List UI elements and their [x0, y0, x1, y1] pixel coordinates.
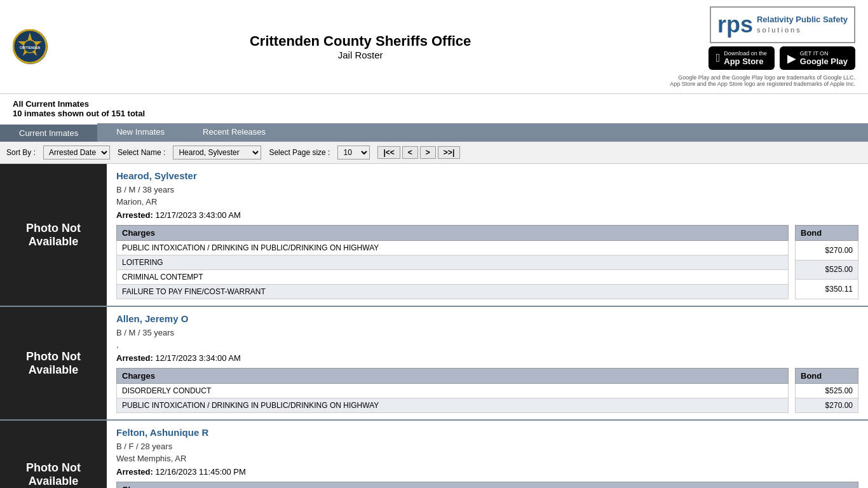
inmate-info-cell: Allen, Jeremy OB / M / 35 years,Arrested…: [107, 307, 868, 419]
top-info-area: All Current Inmates 10 inmates shown out…: [0, 94, 868, 123]
charge-row: FAILURE TO PAY FINE/COST-WARRANT: [117, 285, 789, 299]
google-play-icon: ▶: [787, 51, 796, 65]
controls-bar: Sort By : Arrested Date Name Select Name…: [0, 142, 868, 164]
bond-row: $270.00: [796, 241, 858, 261]
bond-header: Bond: [796, 369, 858, 384]
inmate-demographics: B / F / 28 years: [116, 442, 858, 451]
app-store-name: App Store: [724, 57, 767, 66]
tab-new-inmates[interactable]: New Inmates: [97, 123, 184, 142]
bond-row: $350.11: [796, 280, 858, 299]
inmate-location: West Memphis, AR: [116, 454, 858, 463]
charges-table: ChargesDISORDERLY CONDUCTPUBLIC INTOXICA…: [116, 368, 789, 413]
nav-tabs: Current Inmates New Inmates Recent Relea…: [0, 123, 868, 142]
charge-row: LOITERING: [117, 255, 789, 270]
photo-not-available: Photo Not Available: [0, 421, 107, 488]
bond-row: $525.00: [796, 260, 858, 280]
last-page-button[interactable]: >>|: [438, 146, 460, 159]
bond-header: Bond: [796, 226, 858, 241]
inmate-count: 10 inmates shown out of 151 total: [13, 109, 855, 118]
inmate-name: Felton, Ashunique R: [116, 427, 858, 438]
app-buttons-area:  Download on the App Store ▶ GET IT ON …: [709, 46, 855, 70]
trademark-line2: App Store and the App Store logo are reg…: [670, 81, 855, 87]
charge-value: CRIMINAL CONTEMPT: [117, 270, 789, 285]
inmate-location: Marion, AR: [116, 197, 858, 207]
office-title: Crittenden County Sheriffs Office: [250, 33, 471, 50]
trademark-line1: Google Play and the Google Play logo are…: [678, 74, 855, 81]
google-play-name: Google Play: [800, 57, 848, 66]
charges-table: ChargesPROBATION VIOLATION-WARRANT: [116, 482, 858, 488]
header-right-area: rps Relativity Public Safety s o l u t i…: [670, 6, 855, 87]
svg-text:CRITTENDEN: CRITTENDEN: [20, 46, 41, 50]
tab-recent-releases[interactable]: Recent Releases: [184, 123, 285, 142]
bond-value: $525.00: [796, 260, 858, 280]
inmate-info-cell: Hearod, SylvesterB / M / 38 yearsMarion,…: [107, 164, 868, 306]
charge-value: FAILURE TO PAY FINE/COST-WARRANT: [117, 285, 789, 299]
inmate-demographics: B / M / 38 years: [116, 185, 858, 194]
bond-row: $270.00: [796, 398, 858, 413]
inmate-arrested-date: Arrested: 12/17/2023 3:43:00 AM: [116, 210, 858, 220]
inmate-row: Photo Not AvailableFelton, Ashunique RB …: [0, 421, 868, 488]
inmate-name: Hearod, Sylvester: [116, 170, 858, 181]
page-subtitle: Jail Roster: [250, 50, 471, 60]
inmate-arrested-date: Arrested: 12/17/2023 3:34:00 AM: [116, 353, 858, 363]
arrested-label: Arrested:: [116, 353, 155, 363]
rps-logo: rps Relativity Public Safety s o l u t i…: [710, 6, 855, 43]
select-name-label: Select Name :: [118, 148, 165, 157]
charge-value: LOITERING: [117, 255, 789, 270]
header-title-area: Crittenden County Sheriffs Office Jail R…: [250, 33, 471, 60]
arrested-value: 12/16/2023 11:45:00 PM: [155, 467, 245, 477]
inmate-row: Photo Not AvailableAllen, Jeremy OB / M …: [0, 307, 868, 421]
first-page-button[interactable]: |<<: [377, 146, 400, 159]
bond-row: $525.00: [796, 384, 858, 398]
sort-by-label: Sort By :: [6, 148, 36, 157]
bond-value: $270.00: [796, 241, 858, 261]
bond-table: Bond$270.00$525.00$350.11: [795, 225, 858, 299]
select-name-dropdown[interactable]: Hearod, Sylvester Allen, Jeremy O Felton…: [173, 146, 261, 159]
pagination-buttons: |<< < > >>|: [377, 146, 460, 159]
inmate-row: Photo Not AvailableHearod, SylvesterB / …: [0, 164, 868, 307]
tab-current-inmates[interactable]: Current Inmates: [0, 123, 97, 142]
rps-letters: rps: [717, 11, 753, 38]
prev-page-button[interactable]: <: [402, 146, 418, 159]
inmate-arrested-date: Arrested: 12/16/2023 11:45:00 PM: [116, 467, 858, 477]
sheriff-logo-area: CRITTENDEN: [13, 29, 51, 64]
charge-value: DISORDERLY CONDUCT: [117, 384, 789, 398]
inmate-name: Allen, Jeremy O: [116, 313, 858, 324]
inmate-demographics: B / M / 35 years: [116, 328, 858, 337]
google-play-button[interactable]: ▶ GET IT ON Google Play: [780, 46, 855, 70]
app-store-button[interactable]:  Download on the App Store: [709, 46, 775, 70]
charges-header: Charges: [117, 226, 789, 241]
rps-tagline1: Relativity Public Safety: [757, 15, 848, 24]
arrested-label: Arrested:: [116, 210, 155, 220]
page-size-select[interactable]: 10 25 50 100: [337, 146, 370, 159]
bond-value: $350.11: [796, 280, 858, 299]
arrested-value: 12/17/2023 3:43:00 AM: [155, 210, 240, 220]
charge-value: PUBLIC INTOXICATION / DRINKING IN PUBLIC…: [117, 398, 789, 413]
page-size-label: Select Page size :: [269, 148, 330, 157]
charge-row: PUBLIC INTOXICATION / DRINKING IN PUBLIC…: [117, 398, 789, 413]
page-header: CRITTENDEN Crittenden County Sheriffs Of…: [0, 0, 868, 94]
charge-row: PUBLIC INTOXICATION / DRINKING IN PUBLIC…: [117, 241, 789, 255]
arrested-label: Arrested:: [116, 467, 155, 477]
photo-not-available: Photo Not Available: [0, 164, 107, 306]
next-page-button[interactable]: >: [420, 146, 436, 159]
inmate-list: Photo Not AvailableHearod, SylvesterB / …: [0, 164, 868, 488]
all-inmates-label: All Current Inmates: [13, 99, 855, 109]
arrested-value: 12/17/2023 3:34:00 AM: [155, 353, 240, 363]
charges-bond-tables: ChargesDISORDERLY CONDUCTPUBLIC INTOXICA…: [116, 368, 858, 413]
bond-value: $270.00: [796, 398, 858, 413]
charge-row: DISORDERLY CONDUCT: [117, 384, 789, 398]
charges-table: ChargesPUBLIC INTOXICATION / DRINKING IN…: [116, 225, 789, 299]
apple-icon: : [716, 51, 721, 65]
inmate-location: ,: [116, 340, 858, 349]
google-top: GET IT ON: [800, 50, 848, 57]
charge-value: PUBLIC INTOXICATION / DRINKING IN PUBLIC…: [117, 241, 789, 255]
app-store-top: Download on the: [724, 50, 767, 57]
sort-by-select[interactable]: Arrested Date Name: [43, 146, 110, 159]
rps-tagline2: s o l u t i o n s: [757, 26, 800, 34]
rps-tagline: Relativity Public Safety s o l u t i o n…: [757, 14, 848, 36]
sheriff-badge: CRITTENDEN: [13, 29, 48, 64]
bond-value: $525.00: [796, 384, 858, 398]
inmate-info-cell: Felton, Ashunique RB / F / 28 yearsWest …: [107, 421, 868, 488]
charge-row: CRIMINAL CONTEMPT: [117, 270, 789, 285]
